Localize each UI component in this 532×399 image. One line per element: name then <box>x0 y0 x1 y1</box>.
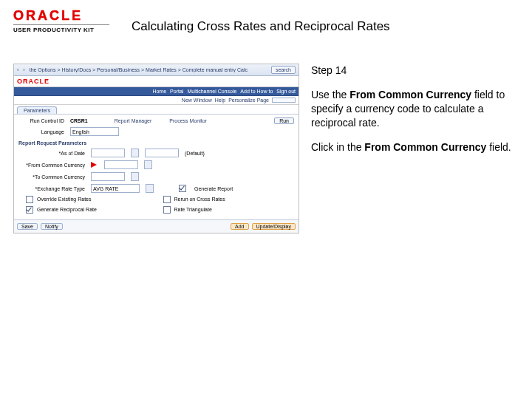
override-rates-label: Override Existing Rates <box>37 197 92 202</box>
as-of-date-label: *As of Date <box>18 151 85 156</box>
add-button[interactable]: Add <box>231 223 248 230</box>
app-header: ORACLE <box>14 76 299 87</box>
breadcrumb: the Options > History/Docs > Personal/Bu… <box>30 67 248 72</box>
search-box[interactable] <box>272 98 296 103</box>
instruction-para-1: Use the From Common Currency field to sp… <box>311 88 519 130</box>
gen-reciprocal-label: Generate Reciprocal Rate <box>37 207 97 212</box>
generate-report-checkbox[interactable] <box>179 185 186 192</box>
from-currency-label: *From Common Currency <box>18 163 85 168</box>
logo-divider <box>13 24 109 25</box>
exchange-rate-label: *Exchange Rate Type <box>18 186 85 191</box>
personalize-link[interactable]: Personalize Page <box>228 98 269 103</box>
save-button[interactable]: Save <box>17 223 38 230</box>
oracle-subtitle: USER PRODUCTIVITY KIT <box>13 27 109 33</box>
browser-toolbar: ‹ › the Options > History/Docs > Persona… <box>14 64 299 76</box>
run-control-value: CRSR1 <box>70 118 88 123</box>
step-number: Step 14 <box>311 64 519 78</box>
oracle-logo: ORACLE USER PRODUCTIVITY KIT <box>13 9 109 33</box>
nav-signout[interactable]: Sign out <box>276 89 296 94</box>
as-of-date-field[interactable] <box>91 149 125 157</box>
override-rates-checkbox[interactable] <box>26 196 33 203</box>
nav-addhowto[interactable]: Add to How to <box>240 89 273 94</box>
new-window-link[interactable]: New Window <box>182 98 212 103</box>
exchange-rate-lookup-icon[interactable] <box>146 184 154 193</box>
embedded-screenshot: ‹ › the Options > History/Docs > Persona… <box>13 64 299 233</box>
rerun-cross-label: Rerun on Cross Rates <box>174 197 225 202</box>
section-title: Report Request Parameters <box>18 140 294 146</box>
rerun-cross-checkbox[interactable] <box>163 196 171 203</box>
exchange-rate-field[interactable]: AVG RATE <box>91 184 140 193</box>
gen-reciprocal-checkbox[interactable] <box>26 206 33 214</box>
back-icon[interactable]: ‹ <box>17 67 18 72</box>
notify-button[interactable]: Notify <box>41 223 63 230</box>
page-title: Calculating Cross Rates and Reciprocal R… <box>132 9 519 34</box>
nav-portal[interactable]: Portal <box>170 89 183 94</box>
report-manager-link[interactable]: Report Manager <box>115 118 152 123</box>
highlight-arrow-icon <box>91 162 97 168</box>
forward-icon[interactable]: › <box>23 67 24 72</box>
run-control-label: Run Control ID <box>18 118 64 123</box>
rate-triangulate-checkbox[interactable] <box>163 206 171 214</box>
to-currency-field[interactable] <box>91 172 125 181</box>
parameters-form: Run Control ID CRSR1 Report Manager Proc… <box>14 115 299 219</box>
generate-report-label: Generate Report <box>194 186 233 191</box>
run-button[interactable]: Run <box>274 117 294 124</box>
process-monitor-link[interactable]: Process Monitor <box>169 118 207 123</box>
from-currency-field[interactable] <box>104 160 138 169</box>
language-label: Language <box>18 129 64 134</box>
form-footer: Save Notify Add Update/Display <box>14 219 299 233</box>
language-field[interactable]: English <box>70 127 119 136</box>
tab-strip: Parameters <box>14 105 299 115</box>
user-toolbar: New Window Help Personalize Page <box>14 96 299 105</box>
to-currency-lookup-icon[interactable] <box>131 172 139 181</box>
nav-console[interactable]: Multichannel Console <box>187 89 236 94</box>
update-display-button[interactable]: Update/Display <box>252 223 296 230</box>
oracle-mini-logo: ORACLE <box>17 78 50 85</box>
help-link[interactable]: Help <box>215 98 225 103</box>
oracle-wordmark: ORACLE <box>13 9 109 22</box>
to-currency-label: *To Common Currency <box>18 174 85 180</box>
from-currency-lookup-icon[interactable] <box>144 160 152 169</box>
rate-type-value: (Default) <box>185 151 205 156</box>
instruction-panel: Step 14 Use the From Common Currency fie… <box>311 64 519 233</box>
tab-parameters[interactable]: Parameters <box>17 106 57 114</box>
rate-triangulate-label: Rate Triangulate <box>174 207 211 212</box>
primary-nav: Home Portal Multichannel Console Add to … <box>14 87 299 96</box>
search-button[interactable]: search <box>271 66 296 74</box>
rate-type-code[interactable] <box>145 149 179 157</box>
instruction-para-2: Click in the From Common Currency field. <box>311 140 519 154</box>
nav-home[interactable]: Home <box>152 89 166 94</box>
calendar-icon[interactable] <box>131 149 139 157</box>
